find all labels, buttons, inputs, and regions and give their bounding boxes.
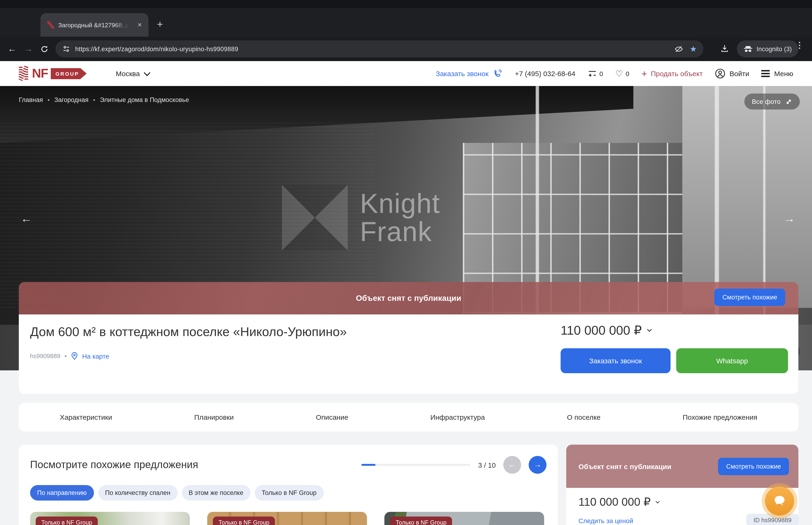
- watch-price-link[interactable]: Следить за ценой: [579, 517, 633, 525]
- chat-button[interactable]: [765, 486, 794, 515]
- incognito-icon: [744, 45, 753, 52]
- tab-similar-offers[interactable]: Похожие предложения: [683, 413, 757, 421]
- breadcrumb-current[interactable]: Элитные дома в Подмосковье: [100, 96, 189, 103]
- tab-description[interactable]: Описание: [316, 413, 348, 421]
- site-settings-icon[interactable]: [62, 45, 71, 53]
- exclusive-badge: Только в NF Group: [213, 516, 275, 525]
- city-selector[interactable]: Москва: [116, 70, 149, 77]
- user-icon: [715, 68, 726, 79]
- section-tabs: Характеристики Планировки Описание Инфра…: [19, 403, 798, 432]
- carousel-progress-fill: [362, 464, 376, 466]
- city-label: Москва: [116, 70, 140, 77]
- tab-characteristics[interactable]: Характеристики: [60, 413, 112, 421]
- reload-icon[interactable]: [41, 45, 48, 53]
- heart-icon: ♡: [615, 70, 623, 77]
- breadcrumb-separator: •: [48, 96, 49, 103]
- breadcrumb-separator: •: [93, 96, 95, 103]
- gallery-prev-arrow[interactable]: ←: [21, 212, 32, 225]
- knight-frank-logo-icon: [282, 185, 348, 251]
- compare-count: 0: [599, 70, 603, 77]
- offer-card[interactable]: Только в NF Group: [207, 512, 367, 525]
- favorites-counter[interactable]: ♡ 0: [615, 70, 629, 77]
- unpublished-text: Объект снят с публикации: [19, 294, 798, 303]
- tab-strip: Загородный &#127968; дом × +: [0, 8, 812, 37]
- phone-icon: [492, 69, 503, 79]
- browser-menu-icon[interactable]: [799, 41, 800, 50]
- chat-widget[interactable]: [762, 483, 797, 519]
- filter-only-nf-group[interactable]: Только в NF Group: [255, 485, 324, 500]
- order-call-link[interactable]: Заказать звонок: [436, 69, 503, 79]
- order-call-label: Заказать звонок: [436, 70, 489, 77]
- sell-object-label: Продать объект: [651, 70, 703, 77]
- url-text[interactable]: https://kf.expert/zagorod/dom/nikolo-ury…: [75, 45, 238, 52]
- tab-infrastructure[interactable]: Инфраструктура: [430, 413, 485, 421]
- breadcrumb-country[interactable]: Загородная: [54, 96, 88, 103]
- whatsapp-button[interactable]: Whatsapp: [676, 348, 788, 373]
- carousel-progress: [362, 464, 471, 466]
- filter-same-settlement[interactable]: В этом же поселке: [182, 485, 250, 500]
- tab-close-icon[interactable]: ×: [136, 21, 144, 29]
- price-chevron-icon[interactable]: [647, 329, 652, 332]
- sidebar-see-similar-button[interactable]: Смотреть похожие: [718, 457, 789, 475]
- phone-number[interactable]: +7 (495) 032-68-64: [515, 70, 576, 77]
- filter-by-bedrooms[interactable]: По количеству спален: [98, 485, 178, 500]
- chat-bubble-icon: [772, 494, 787, 508]
- gallery-next-arrow[interactable]: →: [784, 212, 795, 225]
- listing-code: hs9909889: [30, 352, 60, 360]
- order-call-button[interactable]: Заказать звонок: [561, 348, 671, 373]
- watermark-line2: Frank: [360, 217, 440, 246]
- site-header: NF GROUP Москва Заказать звонок +7 (495)…: [0, 61, 812, 86]
- sidebar-price: 110 000 000 ₽: [579, 495, 650, 509]
- downloads-icon[interactable]: [720, 44, 729, 53]
- price-chevron-icon[interactable]: [655, 500, 660, 504]
- similar-offers-card: Посмотрите похожие предложения 3 / 10 ← …: [19, 445, 558, 525]
- incognito-badge[interactable]: Incognito (3): [737, 41, 798, 57]
- forward-icon[interactable]: →: [24, 44, 33, 54]
- login-label: Войти: [730, 70, 749, 77]
- menu-label: Меню: [774, 70, 793, 77]
- browser-toolbar: ← → https://kf.expert/zagorod/dom/nikolo…: [0, 37, 812, 61]
- hamburger-icon: [762, 69, 770, 79]
- offer-card[interactable]: Только в NF Group: [384, 512, 544, 525]
- sidebar-unpublished-text: Объект снят с публикации: [579, 462, 672, 470]
- expand-icon: [785, 98, 792, 105]
- favorites-count: 0: [626, 70, 629, 77]
- see-similar-button[interactable]: Смотреть похожие: [715, 289, 785, 306]
- plus-icon: +: [642, 70, 647, 77]
- sidebar-unpublished-banner: Объект снят с публикации Смотреть похожи…: [566, 445, 798, 488]
- browser-window: Загородный &#127968; дом × + ← → https:/…: [0, 0, 812, 525]
- tab-settlement[interactable]: О поселке: [567, 413, 600, 421]
- chevron-down-icon: [143, 69, 150, 76]
- tab-title: Загородный &#127968; дом: [58, 21, 129, 28]
- exclusive-badge: Только в NF Group: [390, 516, 452, 525]
- sell-object-link[interactable]: + Продать объект: [642, 70, 703, 77]
- filter-by-direction[interactable]: По направлению: [30, 485, 94, 500]
- map-link[interactable]: На карте: [82, 352, 109, 360]
- carousel-counter: 3 / 10: [478, 461, 496, 469]
- menu-button[interactable]: Меню: [762, 69, 793, 79]
- carousel-next-button[interactable]: →: [528, 456, 547, 474]
- compare-counter[interactable]: 0: [588, 70, 603, 77]
- similar-section-title: Посмотрите похожие предложения: [30, 459, 198, 471]
- listing-summary-card: Дом 600 м² в коттеджном поселке «Николо-…: [19, 314, 798, 394]
- tab-floorplans[interactable]: Планировки: [194, 413, 234, 421]
- logo-nf-text: NF: [32, 66, 48, 81]
- carousel-prev-button[interactable]: ←: [503, 456, 521, 474]
- nf-group-logo[interactable]: NF GROUP: [19, 66, 87, 81]
- all-photos-button[interactable]: Все фото: [744, 93, 800, 109]
- nf-mark-icon: [19, 66, 28, 80]
- watermark-line1: Knight: [360, 189, 440, 217]
- offer-card[interactable]: Только в NF Group: [30, 512, 190, 525]
- knight-frank-watermark: Knight Frank: [282, 185, 440, 251]
- bookmark-star-icon[interactable]: ★: [690, 44, 697, 54]
- reader-mode-off-icon[interactable]: [674, 44, 683, 53]
- breadcrumb-home[interactable]: Главная: [19, 96, 43, 103]
- logo-group-badge: GROUP: [51, 68, 87, 79]
- address-bar[interactable]: https://kf.expert/zagorod/dom/nikolo-ury…: [56, 41, 703, 57]
- browser-tab[interactable]: Загородный &#127968; дом ×: [41, 13, 149, 37]
- new-tab-button[interactable]: +: [157, 19, 163, 30]
- breadcrumb: Главная • Загородная • Элитные дома в По…: [19, 96, 189, 103]
- back-icon[interactable]: ←: [7, 44, 16, 54]
- login-button[interactable]: Войти: [715, 68, 749, 79]
- map-pin-icon: [71, 352, 78, 360]
